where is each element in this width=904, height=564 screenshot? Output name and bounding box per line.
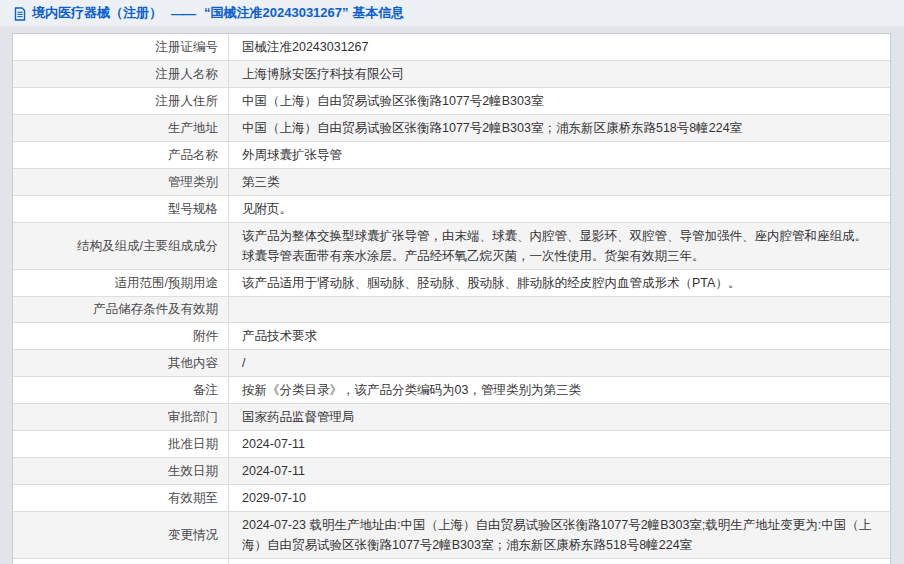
row-label-text: 生效日期	[168, 463, 218, 480]
title-part1: 境内医疗器械（注册）	[32, 4, 162, 22]
row-value-text: 中国（上海）自由贸易试验区张衡路1077号2幢B303室	[242, 91, 543, 111]
row-value: 2029-07-10	[229, 485, 890, 511]
row-label-text: 附件	[193, 328, 218, 345]
table-row: 产品名称 外周球囊扩张导管	[13, 142, 890, 169]
row-label-text: 产品名称	[168, 147, 218, 164]
row-label-text: 其他内容	[168, 355, 218, 372]
row-value-text: 该产品为整体交换型球囊扩张导管，由末端、球囊、内腔管、显影环、双腔管、导管加强件…	[242, 226, 877, 266]
row-label-text: 审批部门	[168, 409, 218, 426]
table-row: 审批部门 国家药品监督管理局	[13, 404, 890, 431]
table-row: 注册人住所 中国（上海）自由贸易试验区张衡路1077号2幢B303室	[13, 88, 890, 115]
title-part2: “国械注准20243031267” 基本信息	[204, 4, 404, 22]
row-label-text: 注册证编号	[156, 39, 219, 56]
row-label: 结构及组成/主要组成成分	[13, 223, 229, 269]
table-row: 结构及组成/主要组成成分 该产品为整体交换型球囊扩张导管，由末端、球囊、内腔管、…	[13, 223, 890, 270]
row-value: 国械注准20243031267	[229, 34, 890, 60]
row-label-text: 结构及组成/主要组成成分	[77, 238, 218, 255]
row-label: 审批部门	[13, 404, 229, 430]
row-label: 有效期至	[13, 485, 229, 511]
registration-info-table: 注册证编号 国械注准20243031267 注册人名称 上海博脉安医疗科技有限公…	[12, 33, 891, 564]
row-label: 批准日期	[13, 431, 229, 457]
row-label: 注册人住所	[13, 88, 229, 114]
row-label: 型号规格	[13, 196, 229, 222]
row-label-text: 注册人住所	[156, 93, 219, 110]
row-value-text: 国械注准20243031267	[242, 37, 368, 57]
table-row: 批准日期 2024-07-11	[13, 431, 890, 458]
row-label: 生产地址	[13, 115, 229, 141]
table-row: 有效期至 2029-07-10	[13, 485, 890, 512]
row-label-text: 批准日期	[168, 436, 218, 453]
table-row: 其他内容 /	[13, 350, 890, 377]
table-row: 注册证编号 国械注准20243031267	[13, 34, 890, 61]
row-label-text: 产品储存条件及有效期	[93, 301, 218, 318]
row-label-text: 管理类别	[168, 174, 218, 191]
row-value: 国家药品监督管理局	[229, 404, 890, 430]
table-row: 附件 产品技术要求	[13, 323, 890, 350]
row-value: 2024-07-11	[229, 458, 890, 484]
row-value-text: 第三类	[242, 172, 280, 192]
row-value-text: 上海博脉安医疗科技有限公司	[242, 64, 405, 84]
row-label: 产品名称	[13, 142, 229, 168]
row-value-text: 2024-07-11	[242, 461, 305, 481]
table-row: 适用范围/预期用途 该产品适用于肾动脉、腘动脉、胫动脉、股动脉、腓动脉的经皮腔内…	[13, 270, 890, 297]
table-row: 注册人名称 上海博脉安医疗科技有限公司	[13, 61, 890, 88]
row-value: 该产品为整体交换型球囊扩张导管，由末端、球囊、内腔管、显影环、双腔管、导管加强件…	[229, 223, 890, 269]
row-label-text: 型号规格	[168, 201, 218, 218]
row-value-text: 中国（上海）自由贸易试验区张衡路1077号2幢B303室；浦东新区康桥东路518…	[242, 118, 742, 138]
row-label: 注	[13, 559, 229, 564]
row-label-text: 生产地址	[168, 120, 218, 137]
row-label: 附件	[13, 323, 229, 349]
row-value: 第三类	[229, 169, 890, 195]
row-value-text: 产品技术要求	[242, 326, 317, 346]
row-label-text: 注册人名称	[156, 66, 219, 83]
table-row: 管理类别 第三类	[13, 169, 890, 196]
row-value-text: 该产品适用于肾动脉、腘动脉、胫动脉、股动脉、腓动脉的经皮腔内血管成形术（PTA）…	[242, 273, 740, 293]
row-label: 其他内容	[13, 350, 229, 376]
row-value-text: 见附页。	[242, 199, 292, 219]
title-dash: ——	[167, 6, 199, 21]
row-value: 上海博脉安医疗科技有限公司	[229, 61, 890, 87]
row-value-text: 按新《分类目录》，该产品分类编码为03，管理类别为第三类	[242, 380, 581, 400]
row-label: 生效日期	[13, 458, 229, 484]
row-label: 产品储存条件及有效期	[13, 297, 229, 322]
row-value: 该产品适用于肾动脉、腘动脉、胫动脉、股动脉、腓动脉的经皮腔内血管成形术（PTA）…	[229, 270, 890, 296]
row-label-text: 备注	[193, 382, 218, 399]
row-value-text: 2024-07-11	[242, 434, 305, 454]
row-value: 2024-07-23 载明生产地址由:中国（上海）自由贸易试验区张衡路1077号…	[229, 512, 890, 558]
row-value-text: 外周球囊扩张导管	[242, 145, 342, 165]
row-label-text: 变更情况	[168, 527, 218, 544]
row-label: 注册人名称	[13, 61, 229, 87]
row-value	[229, 297, 890, 322]
document-icon	[13, 7, 27, 21]
row-value-text: /	[242, 353, 245, 373]
row-label-text: 有效期至	[168, 490, 218, 507]
table-row: 备注 按新《分类目录》，该产品分类编码为03，管理类别为第三类	[13, 377, 890, 404]
table-row: 产品储存条件及有效期	[13, 297, 890, 323]
row-value: 按新《分类目录》，该产品分类编码为03，管理类别为第三类	[229, 377, 890, 403]
row-value: 见附页。	[229, 196, 890, 222]
page-title: 境内医疗器械（注册） —— “国械注准20243031267” 基本信息	[13, 4, 404, 22]
table-row: 生产地址 中国（上海）自由贸易试验区张衡路1077号2幢B303室；浦东新区康桥…	[13, 115, 890, 142]
table-row: 生效日期 2024-07-11	[13, 458, 890, 485]
row-value: 详情	[229, 559, 890, 564]
row-value-text: 2029-07-10	[242, 488, 306, 508]
title-bar: 境内医疗器械（注册） —— “国械注准20243031267” 基本信息	[0, 0, 904, 26]
row-label-text: 适用范围/预期用途	[115, 275, 218, 292]
row-label: 适用范围/预期用途	[13, 270, 229, 296]
row-value: /	[229, 350, 890, 376]
table-row: 注 详情	[13, 559, 890, 564]
row-value-text: 国家药品监督管理局	[242, 407, 355, 427]
row-label: 备注	[13, 377, 229, 403]
row-value-text: 2024-07-23 载明生产地址由:中国（上海）自由贸易试验区张衡路1077号…	[242, 515, 877, 555]
row-label: 管理类别	[13, 169, 229, 195]
row-value: 外周球囊扩张导管	[229, 142, 890, 168]
table-row: 变更情况 2024-07-23 载明生产地址由:中国（上海）自由贸易试验区张衡路…	[13, 512, 890, 559]
row-value: 2024-07-11	[229, 431, 890, 457]
row-label: 变更情况	[13, 512, 229, 558]
row-value: 产品技术要求	[229, 323, 890, 349]
row-value: 中国（上海）自由贸易试验区张衡路1077号2幢B303室；浦东新区康桥东路518…	[229, 115, 890, 141]
row-value: 中国（上海）自由贸易试验区张衡路1077号2幢B303室	[229, 88, 890, 114]
table-row: 型号规格 见附页。	[13, 196, 890, 223]
row-label: 注册证编号	[13, 34, 229, 60]
